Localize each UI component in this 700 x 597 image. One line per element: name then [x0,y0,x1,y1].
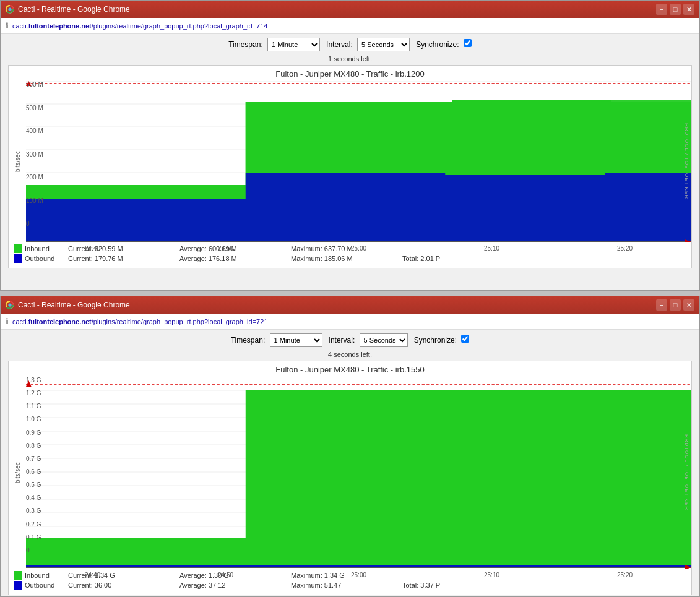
interval-select-1[interactable]: 5 Seconds 1 Second 2 Seconds 10 Seconds [357,38,410,51]
graph-svg-1 [26,81,691,242]
titlebar-controls-1: − □ ✕ [656,4,694,15]
countdown-1: 1 seconds left. [1,55,699,65]
legend-max-outbound-1: Maximum: 185.06 M [291,255,402,262]
close-btn-1[interactable]: ✕ [683,4,694,15]
countdown-2: 4 seconds left. [1,351,699,361]
x2-label-2: 24:50 [218,572,233,578]
x2-label-3: 25:00 [351,572,366,578]
controls-bar-2: Timespan: 1 Minute 30 Seconds 5 Minutes … [1,330,699,351]
titlebar-1: Cacti - Realtime - Google Chrome − □ ✕ [1,1,699,18]
url-path-2: /plugins/realtime/graph_popup_rt.php?loc… [92,318,268,325]
legend-color-inbound-1 [14,244,22,253]
graph-title-1: Fulton - Juniper MX480 - Traffic - irb.1… [9,66,691,81]
chrome-icon-1 [6,5,14,14]
restore-btn-1[interactable]: □ [670,4,681,15]
info-icon-2: ℹ [6,317,9,326]
graph-canvas-1: 24:40 24:50 25:00 25:10 25:20 [26,81,691,242]
y-axis-label-1: bits/sec [9,81,26,242]
legend-stats-outbound-2: Current: 36.00 Average: 37.12 Maximum: 5… [68,582,686,589]
svg-point-19 [8,303,11,306]
x2-label-1: 24:40 [85,572,100,578]
sync-label-1: Synchronize: [416,40,459,49]
url-domain-1: fultontelephone.net [28,22,92,30]
minimize-btn-2[interactable]: − [656,299,667,311]
graph-title-2: Fulton - Juniper MX480 - Traffic - irb.1… [9,361,691,377]
graph-svg-2 [26,377,691,569]
interval-label-2: Interval: [329,336,355,345]
sync-label-2: Synchronize: [414,336,457,345]
x-label-1: 24:40 [85,245,100,252]
legend-total-outbound-1: Total: 2.01 P [402,255,514,262]
info-icon-1: ℹ [6,21,9,30]
url-prefix-2: cacti. [12,318,28,325]
interval-select-2[interactable]: 5 Seconds 1 Second 2 Seconds [360,333,408,347]
legend-current-outbound-1: Current: 179.76 M [68,255,179,262]
sync-checkbox-1[interactable] [464,39,472,47]
legend-row-outbound-1: Outbound Current: 179.76 M Average: 176.… [14,254,686,263]
titlebar-left-2: Cacti - Realtime - Google Chrome [6,301,130,309]
timespan-label-1: Timespan: [228,40,263,49]
close-btn-2[interactable]: ✕ [683,299,694,311]
controls-bar-1: Timespan: 1 Minute 30 Seconds 5 Minutes … [1,34,699,55]
legend-row-outbound-2: Outbound Current: 36.00 Average: 37.12 M… [14,581,686,590]
restore-btn-2[interactable]: □ [670,299,681,311]
interval-label-1: Interval: [326,40,353,49]
y-axis-label-2: bits/sec [9,377,26,569]
titlebar-2: Cacti - Realtime - Google Chrome − □ ✕ [1,296,699,314]
titlebar-title-2: Cacti - Realtime - Google Chrome [18,301,130,309]
titlebar-left-1: Cacti - Realtime - Google Chrome [6,5,130,14]
window-2: Cacti - Realtime - Google Chrome − □ ✕ ℹ… [0,296,700,597]
legend-label-outbound-1: Outbound [25,255,68,262]
x-label-2: 24:50 [218,245,233,252]
sync-checkbox-2[interactable] [461,335,469,343]
watermark-text-1: RRDTOOL / TOBI OETIKER [684,123,689,199]
legend-max-outbound-2: Maximum: 51.47 [291,582,402,589]
minimize-btn-1[interactable]: − [656,4,667,15]
addressbar-2: ℹ cacti.fultontelephone.net/plugins/real… [1,314,699,330]
side-watermark-1: RRDTOOL / TOBI OETIKER [681,81,691,242]
legend-label-outbound-2: Outbound [25,582,68,589]
titlebar-title-1: Cacti - Realtime - Google Chrome [18,5,130,14]
url-2: cacti.fultontelephone.net/plugins/realti… [12,318,267,325]
legend-total-outbound-2: Total: 3.37 P [402,582,514,589]
side-watermark-2: RRDTOOL / TOBI OETIKER [681,377,691,569]
watermark-text-2: RRDTOOL / TOBI OETIKER [684,434,689,510]
x-label-4: 25:10 [484,245,499,252]
url-prefix-1: cacti. [12,22,28,30]
window-1: Cacti - Realtime - Google Chrome − □ ✕ ℹ… [0,0,700,291]
titlebar-controls-2: − □ ✕ [656,299,694,311]
url-domain-2: fultontelephone.net [28,318,92,325]
timespan-label-2: Timespan: [231,336,266,345]
legend-color-outbound-1 [14,254,22,263]
x2-label-4: 25:10 [484,572,499,578]
timespan-select-1[interactable]: 1 Minute 30 Seconds 5 Minutes 15 Minutes [267,38,320,51]
x-label-3: 25:00 [351,245,366,252]
legend-average-outbound-2: Average: 37.12 [179,582,291,589]
graph-wrapper-2: Fulton - Juniper MX480 - Traffic - irb.1… [8,361,692,595]
url-path-1: /plugins/realtime/graph_popup_rt.php?loc… [92,22,268,30]
timespan-select-2[interactable]: 1 Minute 30 Seconds 5 Minutes [270,333,322,347]
graph-canvas-2: 24:40 24:50 25:00 25:10 25:20 [26,377,691,569]
legend-current-outbound-2: Current: 36.00 [68,582,179,589]
legend-color-outbound-2 [14,581,22,590]
graph-area-2: bits/sec [9,377,691,569]
chrome-icon-2 [6,301,14,309]
legend-color-inbound-2 [14,571,22,580]
url-1: cacti.fultontelephone.net/plugins/realti… [12,22,267,30]
graph-area-1: bits/sec [9,81,691,242]
legend-average-outbound-1: Average: 176.18 M [179,255,291,262]
x-label-5: 25:20 [617,245,633,252]
graph-wrapper-1: Fulton - Juniper MX480 - Traffic - irb.1… [8,65,692,268]
svg-point-1 [8,7,11,11]
legend-stats-outbound-1: Current: 179.76 M Average: 176.18 M Maxi… [68,255,686,262]
x2-label-5: 25:20 [617,572,633,578]
addressbar-1: ℹ cacti.fultontelephone.net/plugins/real… [1,18,699,34]
